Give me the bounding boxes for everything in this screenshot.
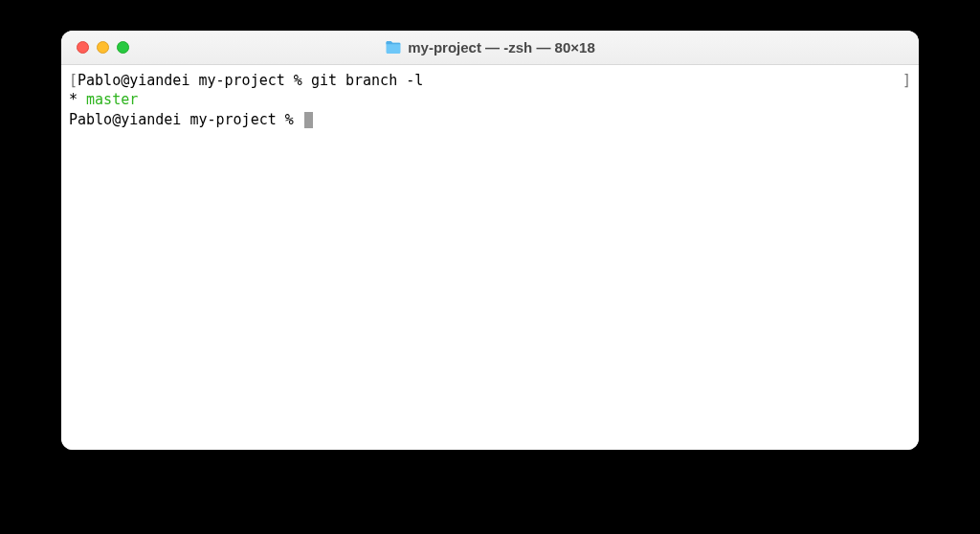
terminal-line-2: * master bbox=[69, 90, 911, 109]
minimize-icon[interactable] bbox=[97, 41, 109, 54]
folder-icon bbox=[385, 40, 402, 55]
titlebar: my-project — -zsh — 80×18 bbox=[61, 31, 919, 65]
window-title: my-project — -zsh — 80×18 bbox=[408, 39, 594, 56]
window-title-container: my-project — -zsh — 80×18 bbox=[61, 39, 919, 56]
prompt-close-bracket: ] bbox=[902, 71, 911, 90]
branch-marker: * bbox=[69, 91, 86, 108]
traffic-lights bbox=[61, 41, 129, 54]
close-icon[interactable] bbox=[77, 41, 89, 54]
prompt-open-bracket: [ bbox=[69, 72, 78, 89]
cursor-icon bbox=[304, 112, 313, 128]
maximize-icon[interactable] bbox=[117, 41, 129, 54]
branch-name: master bbox=[86, 91, 138, 108]
terminal-line-1: [Pablo@yiandei my-project % git branch -… bbox=[69, 71, 911, 90]
prompt-text: Pablo@yiandei my-project % bbox=[69, 111, 302, 128]
terminal-line-3: Pablo@yiandei my-project % bbox=[69, 110, 911, 129]
terminal-window: my-project — -zsh — 80×18 [Pablo@yiandei… bbox=[61, 31, 919, 450]
terminal-body[interactable]: [Pablo@yiandei my-project % git branch -… bbox=[61, 65, 919, 450]
command-text: git branch -l bbox=[311, 72, 423, 89]
prompt-text: Pablo@yiandei my-project % bbox=[78, 72, 311, 89]
